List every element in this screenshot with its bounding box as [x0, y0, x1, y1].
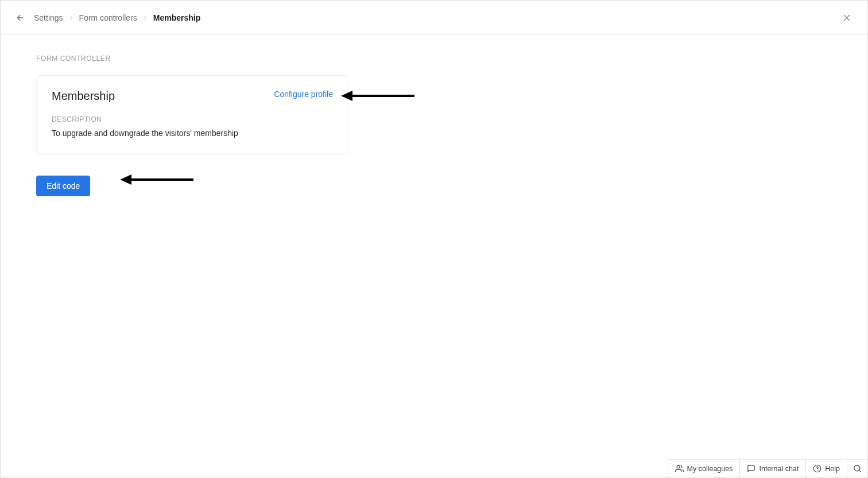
search-button[interactable]	[847, 460, 867, 477]
colleagues-icon	[675, 464, 684, 473]
my-colleagues-label: My colleagues	[687, 465, 733, 473]
form-controller-card: Membership Configure profile DESCRIPTION…	[36, 75, 348, 155]
main-content: FORM CONTROLLER Membership Configure pro…	[1, 35, 867, 216]
chat-icon	[747, 464, 755, 473]
section-label: FORM CONTROLLER	[36, 55, 832, 63]
svg-point-8	[814, 465, 822, 472]
chevron-right-icon	[142, 14, 149, 21]
search-icon	[853, 464, 862, 473]
breadcrumb: Settings Form controllers Membership	[34, 13, 200, 22]
edit-code-button[interactable]: Edit code	[36, 176, 90, 196]
internal-chat-label: Internal chat	[759, 465, 799, 473]
description-text: To upgrade and downgrade the visitors' m…	[52, 128, 333, 139]
svg-line-11	[859, 470, 861, 472]
help-icon	[813, 464, 822, 473]
breadcrumb-current: Membership	[153, 13, 200, 22]
my-colleagues-button[interactable]: My colleagues	[668, 460, 741, 477]
back-arrow-icon[interactable]	[14, 12, 26, 24]
card-header: Membership Configure profile	[52, 90, 333, 103]
internal-chat-button[interactable]: Internal chat	[740, 460, 806, 477]
chevron-right-icon	[68, 14, 75, 21]
card-title: Membership	[52, 90, 115, 103]
help-button[interactable]: Help	[806, 460, 847, 477]
header-bar: Settings Form controllers Membership	[1, 1, 867, 35]
help-label: Help	[825, 465, 840, 473]
breadcrumb-form-controllers[interactable]: Form controllers	[79, 13, 137, 22]
close-icon[interactable]	[840, 11, 854, 25]
breadcrumb-settings[interactable]: Settings	[34, 13, 63, 22]
svg-point-7	[677, 465, 680, 468]
configure-profile-link[interactable]: Configure profile	[274, 90, 333, 99]
description-label: DESCRIPTION	[52, 115, 333, 123]
footer-bar: My colleagues Internal chat Help	[668, 459, 867, 477]
